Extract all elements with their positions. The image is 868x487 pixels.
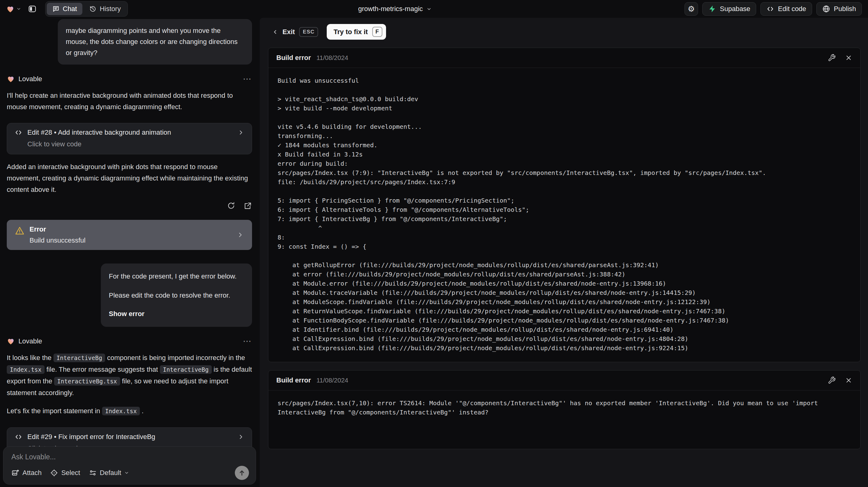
edit-code-button[interactable]: Edit code [761, 2, 812, 16]
attach-label: Attach [23, 469, 41, 477]
gear-icon: ⚙ [688, 4, 695, 14]
code-icon [766, 5, 774, 13]
publish-label: Publish [834, 5, 856, 13]
assistant-name: Lovable [19, 75, 42, 83]
target-icon [50, 469, 58, 477]
user-message: maybe diagramming points and when you mo… [58, 19, 252, 65]
user-message-text: maybe diagramming points and when you mo… [66, 25, 244, 58]
supabase-label: Supabase [720, 5, 750, 13]
send-button[interactable] [235, 466, 249, 480]
code-icon [14, 128, 23, 136]
supabase-bolt-icon [708, 5, 716, 13]
chevron-right-icon [238, 129, 244, 136]
message-menu-icon[interactable]: ⋯ [243, 338, 252, 344]
lovable-heart-icon [7, 337, 15, 345]
assistant-summary-text: Added an interactive background with pin… [7, 161, 252, 195]
sliders-icon [89, 469, 97, 477]
chat-composer: Attach Select Default [3, 447, 256, 485]
message-menu-icon[interactable]: ⋯ [243, 76, 252, 82]
show-error-link[interactable]: Show error [109, 308, 244, 319]
chevron-left-icon [272, 29, 278, 35]
assistant-fix-text-2: Let's fix the import statement in Index.… [7, 405, 252, 417]
message-actions [7, 202, 252, 210]
tab-chat-label: Chat [63, 5, 77, 13]
build-error-card-2: Build error 11/08/2024 src/pages/Index.t… [268, 370, 861, 449]
code-icon [14, 433, 23, 441]
select-label: Select [61, 469, 80, 477]
error-card-subtitle: Build unsuccessful [30, 237, 86, 244]
attach-button[interactable]: Attach [11, 469, 41, 477]
wrench-icon[interactable] [828, 376, 836, 384]
try-to-fix-button[interactable]: Try to fix it F [327, 24, 386, 40]
arrow-up-icon [238, 469, 246, 477]
edit-29-title: Edit #29 • Fix import error for Interact… [27, 433, 155, 441]
exit-button[interactable]: Exit ESC [272, 27, 318, 37]
edit-code-label: Edit code [778, 5, 806, 13]
globe-icon [822, 5, 830, 13]
close-icon[interactable] [845, 377, 852, 384]
exit-label: Exit [282, 28, 295, 36]
build-error-log: src/pages/Index.tsx(7,10): error TS2614:… [278, 398, 851, 417]
warning-triangle-icon [15, 226, 25, 236]
select-element-button[interactable]: Select [50, 469, 80, 477]
project-switcher[interactable]: growth-metrics-magic [358, 0, 432, 18]
tab-history-label: History [100, 5, 121, 13]
image-attach-icon [11, 469, 19, 477]
user-message-line: For the code present, I get the error be… [109, 271, 244, 282]
user-message: For the code present, I get the error be… [101, 264, 252, 327]
ask-lovable-input[interactable] [11, 453, 249, 466]
chevron-right-icon [238, 433, 244, 440]
assistant-header: Lovable ⋯ [7, 75, 252, 83]
edit-28-title: Edit #28 • Add interactive background an… [27, 128, 171, 136]
build-error-summary-card[interactable]: Error Build unsuccessful [7, 220, 252, 250]
assistant-fix-text: It looks like the InteractiveBg componen… [7, 352, 252, 398]
wrench-icon[interactable] [828, 54, 836, 62]
lovable-heart-icon [7, 75, 15, 83]
build-error-title: Build error [276, 376, 311, 384]
refresh-icon[interactable] [227, 202, 236, 210]
lovable-logo-menu[interactable] [6, 5, 21, 13]
tab-chat[interactable]: Chat [47, 3, 82, 15]
f-key-badge: F [372, 27, 382, 37]
chat-panel: maybe diagramming points and when you mo… [0, 18, 260, 487]
sidebar-toggle-icon[interactable] [28, 5, 37, 13]
user-message-line: Please edit the code to resolve the erro… [109, 290, 244, 301]
error-card-title: Error [30, 225, 86, 233]
assistant-header: Lovable ⋯ [7, 337, 252, 345]
error-preview-panel: Exit ESC Try to fix it F Build error 11/… [260, 18, 868, 487]
model-label: Default [100, 469, 121, 477]
chevron-down-icon [16, 6, 21, 11]
edit-28-card[interactable]: Edit #28 • Add interactive background an… [7, 123, 252, 154]
supabase-button[interactable]: Supabase [702, 2, 756, 16]
edit-28-subtitle: Click to view code [27, 140, 244, 148]
build-error-date: 11/08/2024 [316, 377, 348, 384]
chat-bubble-icon [52, 5, 60, 12]
chat-history-tabs: Chat History [45, 1, 128, 17]
chevron-right-icon [237, 231, 244, 239]
lovable-heart-icon [6, 5, 14, 13]
model-default-button[interactable]: Default [89, 469, 129, 477]
assistant-name: Lovable [19, 337, 42, 345]
close-icon[interactable] [845, 54, 852, 61]
build-error-date: 11/08/2024 [316, 54, 348, 61]
project-name: growth-metrics-magic [358, 5, 423, 13]
topbar: Chat History growth-metrics-magic ⚙ Supa… [0, 0, 868, 18]
history-icon [89, 5, 96, 12]
assistant-intro-text: I'll help create an interactive backgrou… [7, 90, 252, 113]
tab-history[interactable]: History [84, 3, 126, 15]
open-preview-icon[interactable] [243, 202, 252, 210]
build-error-title: Build error [276, 54, 311, 62]
settings-button[interactable]: ⚙ [684, 2, 698, 16]
publish-button[interactable]: Publish [816, 2, 862, 16]
build-error-log: Build was unsuccessful > vite_react_shad… [278, 76, 851, 353]
chevron-down-icon [427, 6, 432, 12]
fix-label: Try to fix it [334, 28, 368, 36]
chevron-down-icon [124, 470, 129, 475]
esc-key-badge: ESC [299, 27, 318, 37]
build-error-card-1: Build error 11/08/2024 Build was unsucce… [268, 48, 861, 362]
